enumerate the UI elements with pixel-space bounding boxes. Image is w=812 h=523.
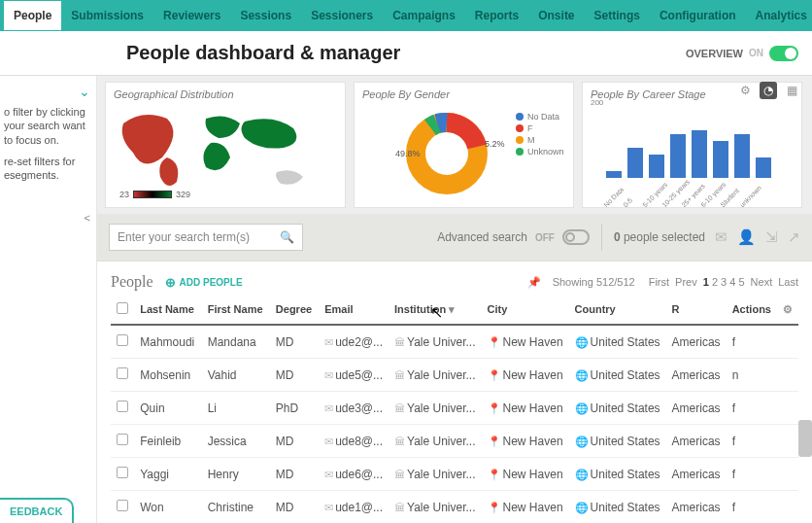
row-checkbox[interactable] — [117, 467, 128, 478]
row-checkbox[interactable] — [117, 334, 128, 346]
col-lastname[interactable]: Last Name — [134, 295, 201, 325]
table-view-icon[interactable]: ▦ — [783, 82, 800, 99]
cell-actions[interactable]: f — [727, 325, 777, 359]
cell-city[interactable]: 📍New Haven — [482, 325, 569, 359]
toggle-switch-icon[interactable] — [769, 46, 798, 61]
add-people-button[interactable]: ⊕ ADD PEOPLE — [165, 275, 243, 290]
cell-country[interactable]: 🌐United States — [569, 425, 666, 458]
page-first[interactable]: First — [649, 276, 669, 288]
table-row[interactable]: MohseninVahidMD✉ude5@...🏛Yale Univer...📍… — [111, 359, 798, 392]
col-email[interactable]: Email — [319, 295, 389, 325]
cell-country[interactable]: 🌐United States — [569, 359, 666, 392]
cell-actions[interactable]: f — [727, 491, 777, 524]
bar[interactable] — [756, 157, 771, 178]
cell-institution[interactable]: 🏛Yale Univer... — [389, 392, 481, 425]
row-checkbox[interactable] — [117, 367, 128, 379]
cell-institution[interactable]: 🏛Yale Univer... — [389, 325, 481, 359]
nav-tab-people[interactable]: People — [4, 1, 61, 30]
mail-icon[interactable]: ✉ — [715, 228, 727, 246]
table-row[interactable]: FeinleibJessicaMD✉ude8@...🏛Yale Univer..… — [111, 425, 798, 458]
col-actions[interactable]: Actions — [727, 295, 777, 325]
search-icon[interactable]: 🔍 — [280, 230, 294, 244]
pin-icon[interactable]: 📌 — [527, 276, 541, 289]
bar[interactable] — [692, 130, 707, 178]
table-row[interactable]: WonChristineMD✉ude1@...🏛Yale Univer...📍N… — [111, 491, 798, 524]
cell-institution[interactable]: 🏛Yale Univer... — [389, 458, 481, 491]
nav-tab-onsite[interactable]: Onsite — [528, 1, 584, 30]
cell-actions[interactable]: n — [727, 359, 777, 392]
cell-actions[interactable]: f — [727, 458, 777, 491]
page-last[interactable]: Last — [778, 276, 798, 288]
cell-email[interactable]: ✉ude6@... — [319, 458, 389, 491]
world-map[interactable]: 23 329 — [114, 104, 337, 201]
nav-tab-sessions[interactable]: Sessions — [230, 1, 301, 30]
bar[interactable] — [627, 148, 643, 179]
scrollbar-thumb[interactable] — [798, 420, 812, 457]
cell-institution[interactable]: 🏛Yale Univer... — [389, 491, 481, 524]
table-row[interactable]: MahmoudiMandanaMD✉ude2@...🏛Yale Univer..… — [111, 325, 798, 359]
user-icon[interactable]: 👤 — [737, 228, 756, 246]
cell-actions[interactable]: f — [727, 392, 777, 425]
page-next[interactable]: Next — [751, 276, 773, 288]
row-checkbox[interactable] — [117, 500, 128, 511]
page-2[interactable]: 2 — [712, 276, 718, 288]
bar[interactable] — [670, 134, 686, 179]
adv-toggle-icon[interactable] — [562, 229, 590, 245]
nav-tab-configuration[interactable]: Configuration — [650, 1, 746, 30]
table-row[interactable]: YaggiHenryMD✉ude6@...🏛Yale Univer...📍New… — [111, 458, 798, 491]
share-icon[interactable]: ↗ — [788, 228, 800, 246]
bar[interactable] — [713, 141, 728, 179]
cell-city[interactable]: 📍New Haven — [482, 359, 569, 392]
col-gear[interactable]: ⚙ — [777, 295, 798, 325]
nav-tab-settings[interactable]: Settings — [585, 1, 650, 30]
cell-country[interactable]: 🌐United States — [569, 491, 666, 524]
bar[interactable] — [734, 134, 750, 179]
pie-view-icon[interactable]: ◔ — [760, 82, 777, 99]
nav-tab-reviewers[interactable]: Reviewers — [153, 1, 230, 30]
page-4[interactable]: 4 — [729, 276, 735, 288]
col-degree[interactable]: Degree — [270, 295, 319, 325]
nav-tab-campaigns[interactable]: Campaigns — [383, 1, 465, 30]
export-icon[interactable]: ⇲ — [765, 228, 778, 246]
nav-tab-analytics[interactable]: Analytics — [746, 1, 812, 30]
col-check[interactable] — [111, 295, 134, 325]
page-5[interactable]: 5 — [738, 276, 744, 288]
chevron-down-icon[interactable]: ⌄ — [79, 84, 90, 99]
nav-tab-sessioners[interactable]: Sessioners — [301, 1, 383, 30]
cell-country[interactable]: 🌐United States — [569, 458, 666, 491]
bar[interactable] — [649, 155, 664, 179]
row-checkbox[interactable] — [117, 401, 128, 412]
row-checkbox[interactable] — [117, 434, 128, 445]
gear-icon[interactable]: ⚙ — [736, 82, 754, 99]
cell-country[interactable]: 🌐United States — [569, 392, 666, 425]
nav-tab-reports[interactable]: Reports — [465, 1, 528, 30]
advanced-search[interactable]: Advanced search OFF — [437, 229, 590, 245]
cell-institution[interactable]: 🏛Yale Univer... — [389, 359, 481, 392]
col-region[interactable]: R — [666, 295, 727, 325]
cell-email[interactable]: ✉ude2@... — [319, 325, 389, 359]
col-country[interactable]: Country — [569, 295, 666, 325]
cell-institution[interactable]: 🏛Yale Univer... — [389, 425, 481, 458]
cell-city[interactable]: 📍New Haven — [482, 392, 569, 425]
col-institution[interactable]: Institution ▾ — [389, 295, 481, 325]
col-city[interactable]: City — [482, 295, 569, 325]
career-bars[interactable] — [606, 110, 771, 178]
cell-email[interactable]: ✉ude8@... — [319, 425, 389, 458]
page-3[interactable]: 3 — [721, 276, 727, 288]
table-row[interactable]: QuinLiPhD✉ude3@...🏛Yale Univer...📍New Ha… — [111, 392, 798, 425]
cell-city[interactable]: 📍New Haven — [482, 458, 569, 491]
col-firstname[interactable]: First Name — [202, 295, 270, 325]
cell-actions[interactable]: f — [727, 425, 777, 458]
bar[interactable] — [606, 171, 622, 178]
collapse-sidebar-icon[interactable]: < — [85, 212, 90, 224]
nav-tab-submissions[interactable]: Submissions — [61, 1, 153, 30]
page-prev[interactable]: Prev — [675, 276, 697, 288]
page-1[interactable]: 1 — [703, 276, 709, 288]
cell-email[interactable]: ✉ude5@... — [319, 359, 389, 392]
feedback-tab[interactable]: EEDBACK — [0, 498, 74, 523]
cell-country[interactable]: 🌐United States — [569, 325, 666, 359]
cell-city[interactable]: 📍New Haven — [482, 491, 569, 524]
cell-city[interactable]: 📍New Haven — [482, 425, 569, 458]
search-input[interactable]: Enter your search term(s) 🔍 — [109, 224, 303, 251]
cell-email[interactable]: ✉ude3@... — [319, 392, 389, 425]
